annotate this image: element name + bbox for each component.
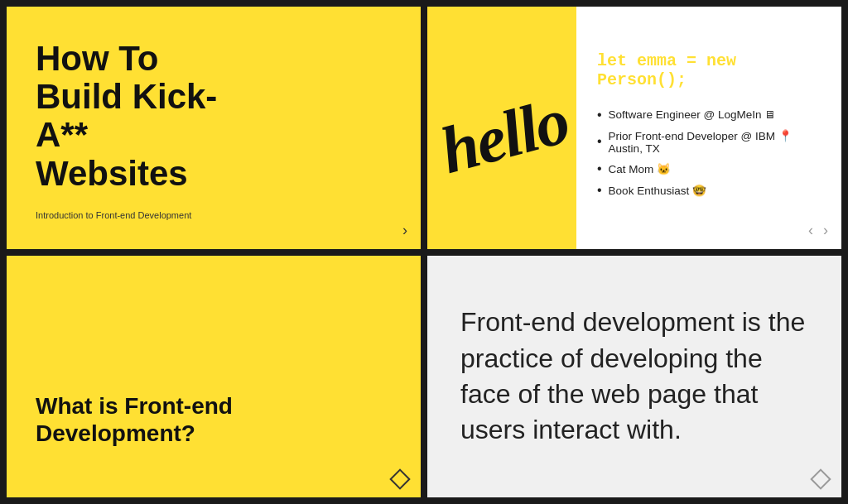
slide-1-next-arrow[interactable]: › (402, 222, 407, 239)
diamond-icon-2 (810, 469, 831, 490)
bio-item-3: Cat Mom 🐱 (597, 161, 821, 176)
slide-2-nav: ‹ › (808, 222, 828, 239)
slide-1: How ToBuild Kick-A**Websites Introductio… (7, 7, 421, 249)
slide-4-body: Front-end development is the practice of… (460, 305, 808, 448)
slide-1-subtitle: Introduction to Front-end Development (36, 210, 392, 220)
diamond-icon (389, 469, 410, 490)
bio-item-2: Prior Front-end Developer @ IBM 📍 Austin… (597, 129, 821, 155)
slide-3: What is Front-endDevelopment? (7, 256, 421, 498)
hello-text: hello (435, 92, 573, 180)
slide-4: Front-end development is the practice of… (427, 256, 841, 498)
bio-list: Software Engineer @ LogMeIn 🖥 Prior Fron… (597, 108, 821, 204)
slide-3-nav-icon[interactable] (393, 470, 407, 487)
slide-2: hello let emma = new Person(); Software … (427, 7, 841, 249)
slide-2-hello-panel: hello (427, 7, 576, 249)
slide-3-title: What is Front-endDevelopment? (36, 392, 392, 448)
slide-1-title: How ToBuild Kick-A**Websites (36, 40, 392, 193)
bio-item-4: Book Enthusiast 🤓 (597, 183, 821, 198)
slide-2-content: let emma = new Person(); Software Engine… (576, 7, 841, 249)
slide-2-prev-arrow[interactable]: ‹ (808, 222, 813, 239)
bio-item-1: Software Engineer @ LogMeIn 🖥 (597, 108, 821, 122)
slide-4-nav-icon[interactable] (813, 470, 828, 487)
code-title: let emma = new Person(); (597, 51, 821, 89)
slide-2-next-arrow[interactable]: › (823, 222, 828, 239)
